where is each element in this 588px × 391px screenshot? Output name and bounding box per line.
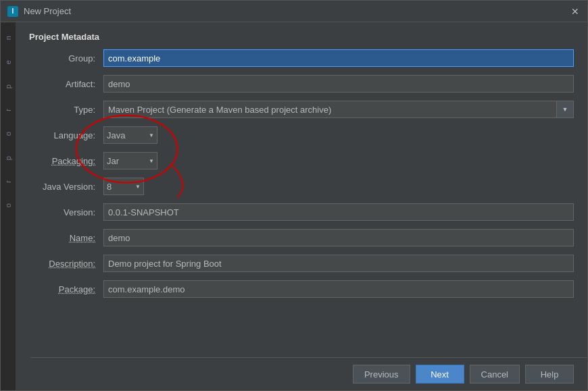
title-bar-left: I New Project — [7, 6, 71, 17]
form-row-name: Name: — [29, 228, 574, 247]
footer: Previous Next Cancel Help — [30, 357, 587, 390]
form-row-description: Description: — [29, 254, 574, 273]
sidebar-strip: n e p r o p r o — [1, 22, 16, 390]
sidebar-letter-3: p — [4, 84, 12, 88]
close-button[interactable]: ✕ — [570, 6, 581, 17]
form-body: Group: Artifact: Type: ▼ Language: — [16, 49, 587, 357]
sidebar-letter-8: o — [4, 203, 12, 207]
label-package: Package: — [29, 284, 103, 294]
java-version-select-wrapper: 8 11 17 — [103, 178, 144, 195]
input-description[interactable] — [103, 255, 574, 272]
form-row-artifact: Artifact: — [29, 74, 574, 93]
form-row-language: Language: Java Kotlin Groovy — [29, 126, 574, 145]
label-type: Type: — [29, 105, 103, 115]
label-artifact: Artifact: — [29, 79, 103, 89]
next-button[interactable]: Next — [416, 365, 464, 384]
sidebar-letter-6: p — [4, 156, 12, 160]
input-type[interactable] — [103, 101, 556, 118]
form-row-packaging: Packaging: Jar War — [29, 151, 574, 170]
packaging-select-wrapper: Jar War — [103, 152, 157, 170]
select-packaging[interactable]: Jar War — [103, 152, 157, 170]
input-artifact[interactable] — [103, 75, 574, 93]
sidebar-letter-2: e — [4, 60, 12, 64]
language-select-wrapper: Java Kotlin Groovy — [103, 126, 157, 144]
form-row-group: Group: — [29, 49, 574, 68]
sidebar-letter-4: r — [4, 109, 12, 111]
form-row-package: Package: — [29, 280, 574, 298]
select-language[interactable]: Java Kotlin Groovy — [103, 126, 157, 144]
app-icon: I — [7, 6, 18, 17]
label-language: Language: — [29, 130, 103, 140]
sidebar-letter-7: r — [4, 180, 12, 183]
label-version: Version: — [29, 207, 103, 217]
sidebar-letter-5: o — [4, 132, 12, 136]
previous-button[interactable]: Previous — [353, 365, 410, 384]
new-project-dialog: I New Project ✕ n e p r o p r o Project … — [0, 0, 588, 391]
input-version[interactable] — [103, 203, 574, 221]
form-row-version: Version: — [29, 203, 574, 221]
section-title: Project Metadata — [16, 22, 587, 49]
title-bar: I New Project ✕ — [1, 1, 587, 22]
help-button[interactable]: Help — [525, 365, 574, 384]
input-name[interactable] — [103, 229, 574, 246]
input-package[interactable] — [103, 280, 574, 298]
form-row-type: Type: ▼ — [29, 100, 574, 119]
input-group[interactable] — [103, 49, 574, 67]
cancel-button[interactable]: Cancel — [470, 365, 520, 384]
sidebar-letter-1: n — [4, 36, 12, 40]
main-content: Project Metadata Group: Artifact: Type: … — [16, 22, 587, 390]
form-row-java-version: Java Version: 8 11 17 — [29, 177, 574, 196]
type-select-container: ▼ — [103, 101, 574, 118]
label-java-version: Java Version: — [29, 182, 103, 192]
label-group: Group: — [29, 53, 103, 63]
label-description: Description: — [29, 259, 103, 269]
label-packaging: Packaging: — [29, 156, 103, 166]
dialog-title: New Project — [24, 6, 71, 16]
select-java-version[interactable]: 8 11 17 — [103, 178, 144, 195]
label-name: Name: — [29, 233, 103, 243]
type-dropdown-button[interactable]: ▼ — [556, 101, 574, 118]
